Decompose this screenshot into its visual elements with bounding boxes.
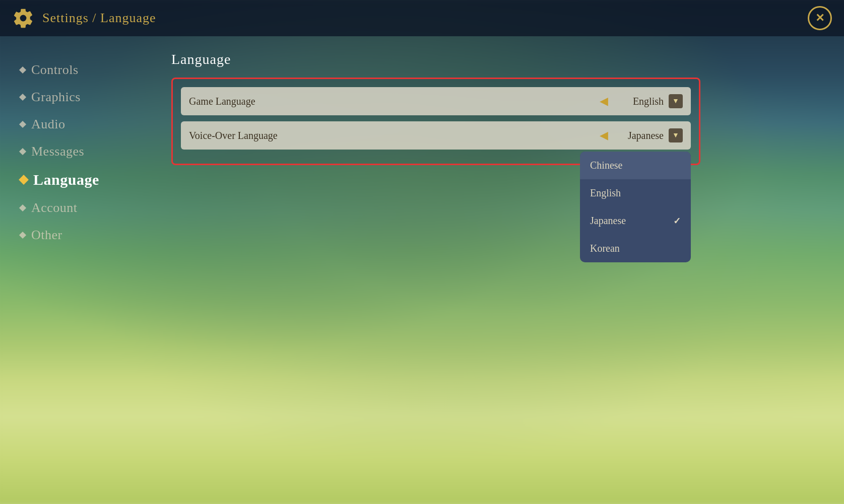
sidebar-label-other: Other [31,228,62,243]
close-button[interactable]: ✕ [808,6,832,30]
sidebar-label-graphics: Graphics [31,90,81,105]
game-language-row: Game Language ◀ English ▼ [181,87,691,115]
content-area: Language Game Language ◀ English ▼ Voice… [151,36,844,504]
chevron-down-icon: ▼ [672,97,679,105]
sidebar-label-controls: Controls [31,62,79,78]
sidebar: Controls Graphics Audio Messages Languag… [0,36,151,504]
game-language-value: English [613,96,664,107]
account-bullet [19,204,26,211]
voice-over-language-value: Japanese [613,130,664,141]
voice-over-language-dropdown: Chinese English Japanese ✓ Korean [580,152,691,262]
voice-over-language-label: Voice-Over Language [189,130,600,141]
other-bullet [19,232,26,239]
voice-over-language-value-area: ◀ Japanese ▼ [600,128,683,142]
game-language-value-area: ◀ English ▼ [600,94,683,108]
header: Settings / Language ✕ [0,0,844,36]
chevron-down-icon: ▼ [672,131,679,139]
main-layout: Controls Graphics Audio Messages Languag… [0,36,844,504]
game-language-left-arrow[interactable]: ◀ [600,95,608,108]
sidebar-label-messages: Messages [31,144,84,159]
dropdown-option-chinese-label: Chinese [590,160,622,171]
game-language-label: Game Language [189,96,600,107]
graphics-bullet [19,94,26,101]
voice-over-language-left-arrow[interactable]: ◀ [600,129,608,142]
sidebar-label-language: Language [33,171,99,188]
settings-gear-icon [12,7,34,29]
settings-panel: Game Language ◀ English ▼ Voice-Over Lan… [171,78,700,165]
sidebar-item-controls[interactable]: Controls [20,56,151,84]
dropdown-option-japanese[interactable]: Japanese ✓ [580,207,691,235]
sidebar-item-account[interactable]: Account [20,194,151,222]
sidebar-label-audio: Audio [31,117,66,132]
sidebar-item-other[interactable]: Other [20,222,151,249]
sidebar-label-account: Account [31,200,78,215]
controls-bullet [19,66,26,74]
sidebar-item-messages[interactable]: Messages [20,138,151,165]
sidebar-item-graphics[interactable]: Graphics [20,84,151,111]
voice-over-language-dropdown-arrow[interactable]: ▼ [669,128,683,142]
dropdown-option-korean-label: Korean [590,243,620,254]
language-bullet [19,175,29,185]
dropdown-option-chinese[interactable]: Chinese [580,152,691,179]
dropdown-option-korean[interactable]: Korean [580,235,691,262]
audio-bullet [19,121,26,128]
section-title: Language [171,51,824,67]
dropdown-option-english-label: English [590,187,621,199]
sidebar-item-language[interactable]: Language [20,165,151,194]
dropdown-option-japanese-label: Japanese [590,215,626,227]
header-title: Settings / Language [42,11,156,26]
japanese-checkmark: ✓ [673,215,681,227]
voice-over-language-wrapper: Voice-Over Language ◀ Japanese ▼ Chinese [181,121,691,150]
game-language-dropdown-arrow[interactable]: ▼ [669,94,683,108]
dropdown-option-english[interactable]: English [580,179,691,207]
voice-over-language-row: Voice-Over Language ◀ Japanese ▼ [181,121,691,150]
messages-bullet [19,148,26,155]
sidebar-item-audio[interactable]: Audio [20,111,151,138]
